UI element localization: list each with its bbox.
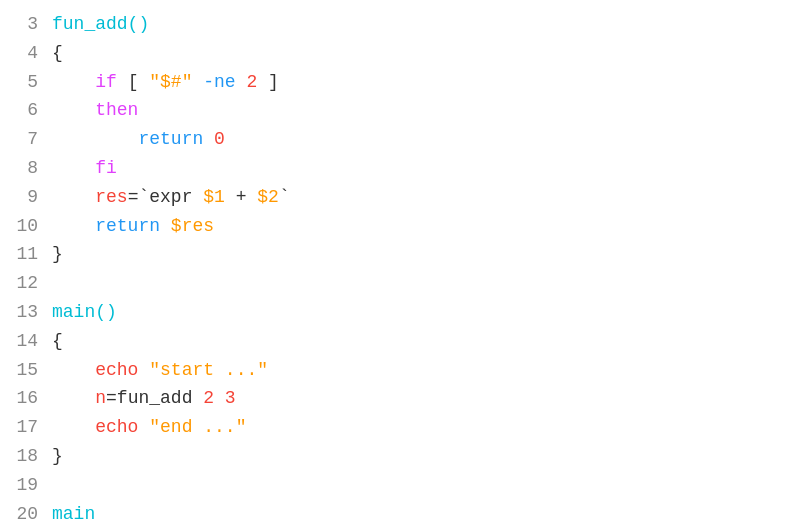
code-line: 9 res=`expr $1 + $2` (10, 183, 801, 212)
line-number: 4 (10, 39, 38, 68)
token: 2 3 (203, 388, 235, 408)
token (160, 216, 171, 236)
code-line: 16 n=fun_add 2 3 (10, 384, 801, 413)
token: } (52, 446, 63, 466)
code-line: 10 return $res (10, 212, 801, 241)
token: fun_add() (52, 14, 149, 34)
line-number: 16 (10, 384, 38, 413)
code-line: 13main() (10, 298, 801, 327)
line-number: 17 (10, 413, 38, 442)
code-line: 6 then (10, 96, 801, 125)
line-content: return 0 (52, 125, 225, 154)
line-content: echo "start ..." (52, 356, 268, 385)
line-number: 15 (10, 356, 38, 385)
line-content: { (52, 327, 63, 356)
token: return (95, 216, 160, 236)
token (52, 417, 95, 437)
code-line: 3fun_add() (10, 10, 801, 39)
token: } (52, 244, 63, 264)
token: then (95, 100, 138, 120)
line-content: } (52, 442, 63, 471)
token: n (95, 388, 106, 408)
code-line: 5 if [ "$#" -ne 2 ] (10, 68, 801, 97)
code-line: 20main (10, 500, 801, 529)
line-number: 8 (10, 154, 38, 183)
code-line: 19 (10, 471, 801, 500)
line-content: if [ "$#" -ne 2 ] (52, 68, 279, 97)
line-number: 12 (10, 269, 38, 298)
token (52, 187, 95, 207)
code-line: 11} (10, 240, 801, 269)
line-content: fi (52, 154, 117, 183)
line-number: 19 (10, 471, 38, 500)
token: if (95, 72, 117, 92)
token: main (52, 504, 95, 524)
token: $2 (257, 187, 279, 207)
token (52, 388, 95, 408)
code-line: 15 echo "start ..." (10, 356, 801, 385)
token: { (52, 43, 63, 63)
token: -ne (192, 72, 246, 92)
token: fi (95, 158, 117, 178)
line-content: } (52, 240, 63, 269)
line-content: { (52, 39, 63, 68)
token: =`expr (128, 187, 204, 207)
token (52, 129, 138, 149)
token: + (225, 187, 257, 207)
code-line: 12 (10, 269, 801, 298)
token: [ (117, 72, 149, 92)
code-line: 14{ (10, 327, 801, 356)
token (52, 360, 95, 380)
token: main() (52, 302, 117, 322)
line-number: 7 (10, 125, 38, 154)
line-number: 6 (10, 96, 38, 125)
line-number: 3 (10, 10, 38, 39)
code-line: 7 return 0 (10, 125, 801, 154)
line-content: then (52, 96, 138, 125)
line-number: 20 (10, 500, 38, 529)
line-number: 11 (10, 240, 38, 269)
line-content: res=`expr $1 + $2` (52, 183, 290, 212)
token: $1 (203, 187, 225, 207)
line-number: 18 (10, 442, 38, 471)
token: =fun_add (106, 388, 203, 408)
line-content: fun_add() (52, 10, 149, 39)
line-number: 14 (10, 327, 38, 356)
token (52, 158, 95, 178)
token: "end ..." (149, 417, 246, 437)
token (203, 129, 214, 149)
token: echo (95, 360, 138, 380)
token: ` (279, 187, 290, 207)
token: $res (171, 216, 214, 236)
token: "$#" (149, 72, 192, 92)
line-content: return $res (52, 212, 214, 241)
token: 0 (214, 129, 225, 149)
token: "start ..." (149, 360, 268, 380)
line-content: echo "end ..." (52, 413, 246, 442)
line-content: main() (52, 298, 117, 327)
line-content: n=fun_add 2 3 (52, 384, 236, 413)
token (52, 100, 95, 120)
line-number: 9 (10, 183, 38, 212)
code-line: 4{ (10, 39, 801, 68)
line-content: main (52, 500, 95, 529)
line-number: 13 (10, 298, 38, 327)
token: 2 (246, 72, 257, 92)
code-line: 18} (10, 442, 801, 471)
token (52, 216, 95, 236)
token: return (138, 129, 203, 149)
token: { (52, 331, 63, 351)
line-number: 10 (10, 212, 38, 241)
token (138, 417, 149, 437)
token (138, 360, 149, 380)
code-line: 8 fi (10, 154, 801, 183)
code-line: 17 echo "end ..." (10, 413, 801, 442)
token (52, 72, 95, 92)
token: ] (257, 72, 279, 92)
token: res (95, 187, 127, 207)
line-number: 5 (10, 68, 38, 97)
token: echo (95, 417, 138, 437)
code-editor: 3fun_add()4{5 if [ "$#" -ne 2 ]6 then7 r… (0, 10, 801, 528)
